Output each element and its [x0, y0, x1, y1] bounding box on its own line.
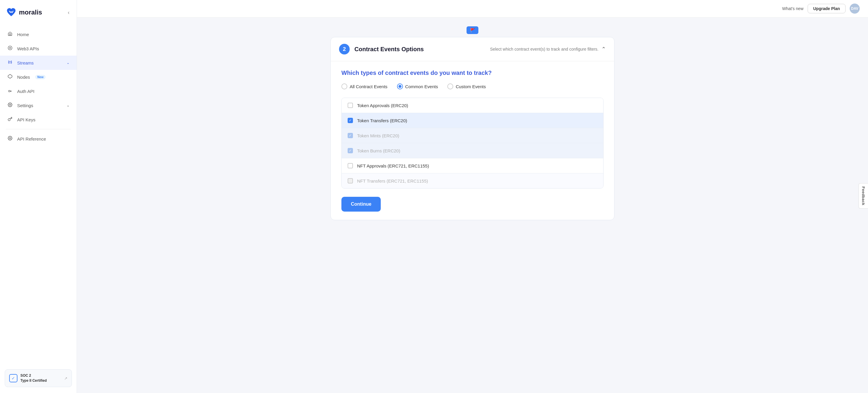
svg-rect-2 — [9, 61, 11, 63]
event-row-token-burns: ✓ Token Burns (ERC20) — [342, 143, 603, 158]
streams-icon — [7, 60, 13, 66]
svg-point-5 — [9, 104, 11, 105]
step-badge: 2 — [339, 44, 350, 55]
event-label-token-transfers: Token Transfers (ERC20) — [357, 118, 407, 123]
sidebar-item-api-reference-label: API Reference — [17, 137, 46, 142]
api-reference-icon — [7, 136, 13, 142]
main-content: What's new Upgrade Plan DAV 🚩 2 Contract… — [77, 0, 868, 393]
event-row-nft-approvals[interactable]: NFT Approvals (ERC721, ERC1155) — [342, 158, 603, 174]
sidebar-item-api-keys[interactable]: API Keys — [0, 113, 76, 127]
collapse-card-icon[interactable]: ⌃ — [601, 46, 606, 52]
sidebar-item-settings-label: Settings — [17, 103, 33, 108]
events-list: Token Approvals (ERC20) ✓ Token Transfer… — [341, 98, 603, 188]
soc-text: SOC 2 Type II Certified — [21, 373, 47, 383]
sidebar-item-api-reference[interactable]: API Reference — [0, 132, 76, 146]
sidebar-item-streams[interactable]: Streams ⌄ — [0, 56, 76, 70]
sidebar-item-settings[interactable]: Settings ⌄ — [0, 98, 76, 113]
sidebar-item-home-label: Home — [17, 32, 29, 37]
topbar: What's new Upgrade Plan DAV — [77, 0, 868, 18]
soc-check-icon: ✓ — [9, 374, 18, 382]
logo-text: moralis — [19, 8, 42, 16]
checkbox-nft-transfers — [348, 178, 353, 183]
streams-chevron-icon: ⌄ — [67, 61, 69, 65]
sidebar-collapse-button[interactable]: ‹ — [67, 8, 71, 17]
sidebar-item-web3apis-label: Web3 APIs — [17, 46, 39, 51]
card-header-right: Select which contract event(s) to track … — [490, 46, 606, 52]
radio-custom-label: Custom Events — [456, 84, 486, 89]
sidebar-item-home[interactable]: Home — [0, 27, 76, 41]
checkbox-token-burns: ✓ — [348, 148, 353, 153]
web3apis-icon — [7, 46, 13, 52]
svg-point-1 — [9, 47, 11, 49]
soc-card[interactable]: ✓ SOC 2 Type II Certified ↗ — [5, 369, 72, 387]
contract-events-card: 2 Contract Events Options Select which c… — [331, 37, 615, 220]
sidebar-item-api-keys-label: API Keys — [17, 117, 35, 122]
radio-all-circle — [341, 84, 347, 89]
sidebar-divider — [6, 129, 71, 129]
event-row-token-transfers[interactable]: ✓ Token Transfers (ERC20) — [342, 113, 603, 128]
radio-custom-events[interactable]: Custom Events — [447, 84, 486, 89]
sidebar-item-auth-api[interactable]: Auth API — [0, 84, 76, 98]
sidebar-item-auth-api-label: Auth API — [17, 89, 34, 94]
radio-all-contract-events[interactable]: All Contract Events — [341, 84, 388, 89]
flag-indicator: 🚩 — [467, 26, 478, 34]
event-label-token-burns: Token Burns (ERC20) — [357, 148, 400, 153]
soc-title: SOC 2 — [21, 373, 47, 378]
checkbox-nft-approvals[interactable] — [348, 163, 353, 169]
radio-common-circle — [397, 84, 403, 89]
sidebar-logo: moralis ‹ — [0, 0, 76, 25]
sidebar: moralis ‹ Home Web3 APIs Streams ⌄ — [0, 0, 77, 393]
soc-external-link-icon: ↗ — [64, 376, 67, 381]
radio-all-label: All Contract Events — [350, 84, 388, 89]
event-label-nft-transfers: NFT Transfers (ERC721, ERC1155) — [357, 178, 428, 183]
feedback-button[interactable]: Feedback — [859, 183, 868, 209]
settings-icon — [7, 102, 13, 108]
card-header: 2 Contract Events Options Select which c… — [331, 37, 614, 61]
api-keys-icon — [7, 117, 13, 122]
sidebar-nav: Home Web3 APIs Streams ⌄ Nodes New — [0, 25, 76, 365]
event-label-token-mints: Token Mints (ERC20) — [357, 133, 399, 138]
section-question: Which types of contract events do you wa… — [341, 69, 603, 77]
feedback-wrapper: Feedback — [859, 183, 868, 210]
flag-icon: 🚩 — [470, 28, 475, 33]
continue-button[interactable]: Continue — [341, 197, 381, 212]
sidebar-bottom: ✓ SOC 2 Type II Certified ↗ — [0, 365, 76, 393]
event-row-token-mints: ✓ Token Mints (ERC20) — [342, 128, 603, 143]
card-subtitle: Select which contract event(s) to track … — [490, 47, 599, 52]
card-title: Contract Events Options — [354, 46, 424, 53]
radio-common-label: Common Events — [405, 84, 438, 89]
event-row-token-approvals[interactable]: Token Approvals (ERC20) — [342, 98, 603, 113]
card-body: Which types of contract events do you wa… — [331, 61, 614, 220]
checkbox-token-mints: ✓ — [348, 133, 353, 138]
settings-chevron-icon: ⌄ — [67, 103, 69, 108]
avatar[interactable]: DAV — [850, 4, 860, 13]
logo-area[interactable]: moralis — [6, 7, 42, 18]
card-header-left: 2 Contract Events Options — [339, 44, 424, 55]
flag-button[interactable]: 🚩 — [467, 26, 478, 34]
checkbox-token-approvals[interactable] — [348, 103, 353, 108]
whats-new-button[interactable]: What's new — [782, 6, 804, 11]
nodes-icon — [7, 74, 13, 80]
sidebar-item-nodes-label: Nodes — [17, 74, 30, 80]
radio-common-events[interactable]: Common Events — [397, 84, 438, 89]
event-row-nft-transfers: NFT Transfers (ERC721, ERC1155) — [342, 174, 603, 188]
sidebar-item-web3apis[interactable]: Web3 APIs — [0, 41, 76, 56]
radio-custom-circle — [447, 84, 453, 89]
svg-marker-3 — [8, 74, 12, 78]
moralis-logo-icon — [6, 7, 17, 18]
checkbox-token-transfers[interactable]: ✓ — [348, 118, 353, 123]
svg-point-0 — [8, 46, 12, 50]
soc-subtitle: Type II Certified — [21, 378, 47, 383]
home-icon — [7, 31, 13, 37]
nodes-new-badge: New — [35, 75, 45, 79]
sidebar-item-nodes[interactable]: Nodes New — [0, 70, 76, 84]
auth-api-icon — [7, 88, 13, 94]
svg-point-4 — [8, 90, 10, 92]
event-label-token-approvals: Token Approvals (ERC20) — [357, 103, 408, 108]
svg-point-6 — [9, 138, 11, 139]
radio-group: All Contract Events Common Events Custom… — [341, 84, 603, 89]
upgrade-plan-button[interactable]: Upgrade Plan — [808, 4, 845, 13]
content-area: 🚩 2 Contract Events Options Select which… — [77, 18, 868, 393]
event-label-nft-approvals: NFT Approvals (ERC721, ERC1155) — [357, 163, 429, 169]
sidebar-item-streams-label: Streams — [17, 60, 34, 65]
